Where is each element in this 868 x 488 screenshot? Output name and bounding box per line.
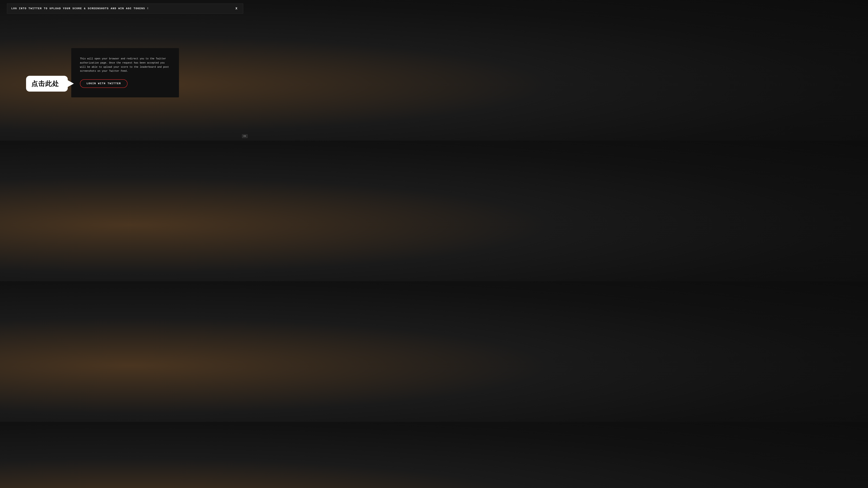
dialog-description: This will open your browser and redirect… (80, 57, 170, 73)
login-button-wrapper: 点击此处 LOGIN WITH TWITTER (80, 79, 170, 88)
banner-text: LOG INTO TWITTER TO UPLOAD YOUR SCORE & … (11, 7, 149, 10)
login-with-twitter-button[interactable]: LOGIN WITH TWITTER (80, 79, 127, 88)
dialog-box: This will open your browser and redirect… (71, 48, 179, 97)
language-badge[interactable]: EN (242, 134, 248, 138)
callout-text: 点击此处 (31, 79, 59, 88)
callout-bubble: 点击此处 (26, 76, 68, 92)
close-button[interactable]: X (234, 6, 239, 11)
top-banner: LOG INTO TWITTER TO UPLOAD YOUR SCORE & … (7, 3, 243, 13)
